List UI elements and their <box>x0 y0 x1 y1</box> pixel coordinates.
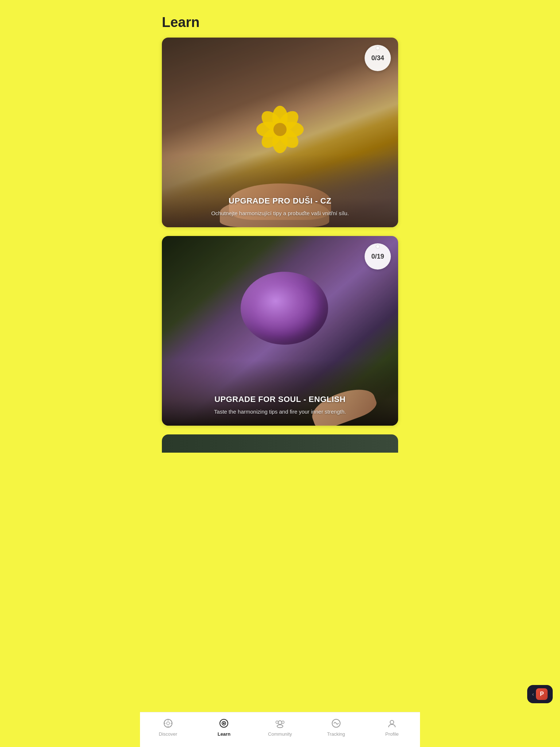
progress-text-2: 0/19 <box>371 253 384 260</box>
hydrangea-decoration <box>241 272 328 345</box>
flower-decoration <box>251 100 309 159</box>
nav-label-community: Community <box>268 731 292 737</box>
page-header: Learn <box>140 0 420 38</box>
tracking-icon <box>330 717 342 729</box>
nav-item-profile[interactable]: Profile <box>364 717 420 737</box>
svg-point-1 <box>167 722 170 725</box>
bottom-navigation: Discover Learn <box>140 712 420 747</box>
cards-container: 0/34 UPGRADE PRO DUŠI - CZ Ochutnejte ha… <box>140 38 420 504</box>
card-title-2: UPGRADE FOR SOUL - ENGLISH <box>171 395 389 404</box>
nav-label-learn: Learn <box>218 731 230 737</box>
progress-dot-1 <box>376 47 379 50</box>
course-card-1[interactable]: 0/34 UPGRADE PRO DUŠI - CZ Ochutnejte ha… <box>162 38 398 227</box>
nav-item-tracking[interactable]: Tracking <box>308 717 364 737</box>
card-content-2: UPGRADE FOR SOUL - ENGLISH Taste the har… <box>162 387 398 426</box>
card-image-2: 0/19 UPGRADE FOR SOUL - ENGLISH Taste th… <box>162 236 398 426</box>
card-title-1: UPGRADE PRO DUŠI - CZ <box>171 196 389 206</box>
progress-text-1: 0/34 <box>371 54 384 62</box>
compass-icon <box>162 717 174 729</box>
svg-point-8 <box>223 723 225 724</box>
card-peek <box>162 434 398 453</box>
nav-label-profile: Profile <box>385 731 399 737</box>
learn-icon <box>218 717 230 729</box>
profile-icon <box>386 717 398 729</box>
progress-dot-2 <box>376 245 379 248</box>
card-content-1: UPGRADE PRO DUŠI - CZ Ochutnejte harmoni… <box>162 189 398 227</box>
card-subtitle-1: Ochutnejte harmonizující tipy a probuďte… <box>171 209 389 217</box>
svg-point-9 <box>278 721 282 724</box>
course-card-2[interactable]: 0/19 UPGRADE FOR SOUL - ENGLISH Taste th… <box>162 236 398 426</box>
nav-item-discover[interactable]: Discover <box>140 717 196 737</box>
nav-label-discover: Discover <box>159 731 178 737</box>
progress-badge-1: 0/34 <box>365 45 391 71</box>
nav-item-learn[interactable]: Learn <box>196 717 252 737</box>
svg-point-14 <box>390 720 394 724</box>
community-icon <box>274 717 286 729</box>
nav-item-community[interactable]: Community <box>252 717 308 737</box>
svg-point-10 <box>277 725 283 728</box>
card-subtitle-2: Taste the harmonizing tips and fire your… <box>171 408 389 415</box>
card-image-1: 0/34 UPGRADE PRO DUŠI - CZ Ochutnejte ha… <box>162 38 398 227</box>
page-container: Learn <box>140 0 420 504</box>
nav-label-tracking: Tracking <box>327 731 345 737</box>
page-title: Learn <box>162 15 398 30</box>
progress-badge-2: 0/19 <box>365 243 391 270</box>
